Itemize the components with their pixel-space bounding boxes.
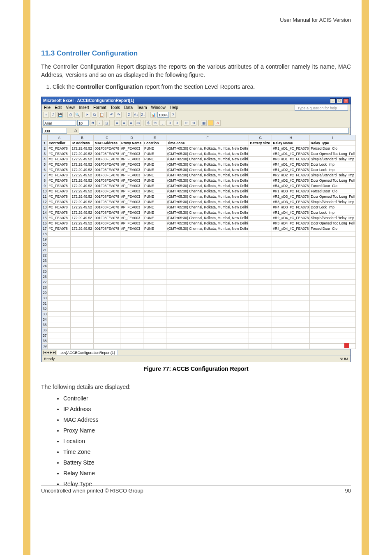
cell[interactable] <box>166 317 249 322</box>
cell[interactable] <box>48 317 71 322</box>
cell[interactable] <box>249 338 272 343</box>
cell[interactable] <box>272 338 310 343</box>
cell[interactable] <box>272 247 310 252</box>
cell[interactable] <box>310 322 356 327</box>
cell[interactable]: #C_FEA078 <box>48 172 71 178</box>
cell[interactable] <box>94 317 120 322</box>
cell[interactable] <box>310 327 356 333</box>
cell[interactable] <box>249 279 272 284</box>
cell[interactable]: 001F08FEA078 <box>94 226 120 231</box>
cell[interactable] <box>310 274 356 279</box>
cell[interactable] <box>143 333 166 338</box>
cell[interactable] <box>249 343 272 349</box>
cell[interactable] <box>94 263 120 268</box>
cell[interactable] <box>310 258 356 263</box>
fill-color-icon[interactable] <box>208 120 214 126</box>
cell[interactable]: #R1_#D1_#C_FEA078 <box>272 146 310 151</box>
cell[interactable] <box>71 317 94 322</box>
redo-icon[interactable]: ↷ <box>116 112 122 118</box>
field-header[interactable]: Controller <box>48 140 71 146</box>
cell[interactable]: PUNE <box>143 210 166 215</box>
cell[interactable] <box>71 290 94 295</box>
cell[interactable] <box>94 343 120 349</box>
copy-icon[interactable]: ⧉ <box>92 112 97 118</box>
cell[interactable]: 001F08FEA078 <box>94 146 120 151</box>
cell[interactable]: (GMT+05:30) Chennai, Kolkata, Mumbai, Ne… <box>166 215 249 220</box>
cell[interactable]: (GMT+05:30) Chennai, Kolkata, Mumbai, Ne… <box>166 199 249 204</box>
cell[interactable]: 172.29.49.52 <box>71 172 94 178</box>
field-header[interactable]: Relay Name <box>272 140 310 146</box>
cell[interactable] <box>143 322 166 327</box>
cell[interactable] <box>48 301 71 306</box>
field-header[interactable]: Proxy Name <box>120 140 143 146</box>
cell[interactable] <box>249 327 272 333</box>
cell[interactable] <box>94 247 120 252</box>
cell[interactable]: #C_FEA078 <box>48 156 71 162</box>
cell[interactable]: 172.29.49.52 <box>71 167 94 172</box>
row-header[interactable]: 5 <box>42 162 48 167</box>
cell[interactable]: #P_FEA003 <box>120 146 143 151</box>
cell[interactable] <box>71 327 94 333</box>
font-name-select[interactable]: Arial <box>43 120 76 126</box>
zoom-select[interactable]: 100% <box>157 112 169 118</box>
row-header[interactable]: 34 <box>42 317 48 322</box>
cell[interactable] <box>249 295 272 301</box>
cell[interactable]: Simple/Standard Relay Imp <box>310 172 356 178</box>
cell[interactable]: Door Lock Imp <box>310 162 356 167</box>
cut-icon[interactable]: ✂ <box>85 112 90 118</box>
cell[interactable] <box>272 242 310 247</box>
cell[interactable]: 001F08FEA078 <box>94 210 120 215</box>
cell[interactable] <box>71 295 94 301</box>
field-header[interactable]: Time Zone <box>166 140 249 146</box>
cell[interactable] <box>48 322 71 327</box>
cell[interactable] <box>166 231 249 236</box>
row-header[interactable]: 29 <box>42 290 48 295</box>
cell[interactable]: Simple/Standard Relay Imp <box>310 199 356 204</box>
cell[interactable] <box>249 220 272 226</box>
cell[interactable]: 172.29.49.52 <box>71 199 94 204</box>
cell[interactable]: Forced Door Clo <box>310 188 356 194</box>
help-search[interactable]: Type a question for help <box>295 105 348 111</box>
row-header[interactable]: 26 <box>42 274 48 279</box>
cell[interactable]: #C_FEA078 <box>48 194 71 199</box>
row-header[interactable]: 18 <box>42 231 48 236</box>
cell[interactable] <box>143 268 166 274</box>
cell[interactable] <box>48 338 71 343</box>
cell[interactable] <box>71 284 94 290</box>
cell[interactable] <box>272 279 310 284</box>
cell[interactable] <box>94 306 120 311</box>
cell[interactable] <box>48 279 71 284</box>
cell[interactable] <box>143 279 166 284</box>
cell[interactable]: 172.29.49.52 <box>71 178 94 183</box>
inc-decimal-icon[interactable]: .0 <box>166 120 172 126</box>
row-header[interactable]: 6 <box>42 167 48 172</box>
underline-icon[interactable]: U <box>104 120 110 126</box>
cell[interactable] <box>48 247 71 252</box>
cell[interactable] <box>249 162 272 167</box>
cell[interactable] <box>310 263 356 268</box>
field-header[interactable]: Relay Type <box>310 140 356 146</box>
cell[interactable] <box>166 274 249 279</box>
cell[interactable] <box>48 295 71 301</box>
cell[interactable] <box>143 231 166 236</box>
cell[interactable] <box>249 167 272 172</box>
row-header[interactable]: 24 <box>42 263 48 268</box>
cell[interactable]: #C_FEA078 <box>48 204 71 210</box>
cell[interactable] <box>249 183 272 188</box>
cell[interactable]: (GMT+05:30) Chennai, Kolkata, Mumbai, Ne… <box>166 151 249 156</box>
cell[interactable] <box>249 231 272 236</box>
row-header[interactable]: 3 <box>42 151 48 156</box>
row-header[interactable]: 23 <box>42 258 48 263</box>
new-icon[interactable]: ▫ <box>43 112 49 118</box>
cell[interactable] <box>249 322 272 327</box>
cell[interactable]: PUNE <box>143 183 166 188</box>
cell[interactable] <box>166 343 249 349</box>
cell[interactable]: #P_FEA003 <box>120 220 143 226</box>
cell[interactable] <box>143 236 166 242</box>
cell[interactable] <box>249 204 272 210</box>
cell[interactable]: #P_FEA003 <box>120 151 143 156</box>
cell[interactable] <box>272 301 310 306</box>
cell[interactable] <box>120 279 143 284</box>
cell[interactable]: #C_FEA078 <box>48 146 71 151</box>
field-header[interactable]: Location <box>143 140 166 146</box>
